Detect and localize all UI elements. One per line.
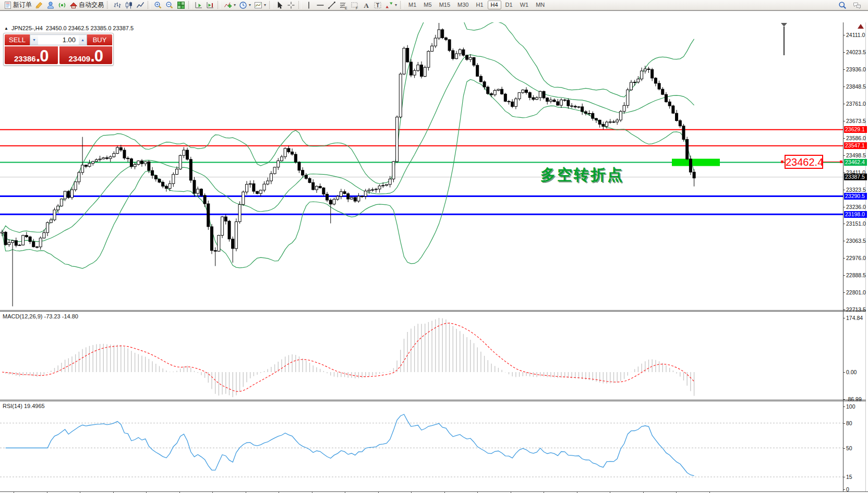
timeframe-m30-button[interactable]: M30 (454, 1, 472, 9)
toolbar-right-group (837, 1, 866, 10)
axis-tick (843, 292, 845, 293)
volume-increase-button[interactable]: ▲ (79, 35, 87, 45)
periods-button[interactable]: ▾ (237, 1, 252, 10)
auto-trading-button[interactable]: 自动交易 (68, 1, 105, 10)
auto-scroll-button[interactable] (193, 1, 204, 10)
timeframe-h1-button[interactable]: H1 (473, 1, 486, 9)
horizontal-line-button[interactable] (315, 1, 326, 10)
macd-indicator-chart[interactable] (0, 312, 843, 400)
axis-tick (843, 87, 845, 87)
price-tick-label: 22713.5 (846, 306, 866, 313)
toolbar-separator (188, 1, 191, 9)
price-tick-label: 24111.0 (846, 32, 865, 38)
price-tick-label: 23936.0 (846, 66, 866, 72)
timeframe-d1-button[interactable]: D1 (502, 1, 516, 9)
search-button[interactable] (837, 1, 848, 10)
price-line-badge: 23198.0 (844, 211, 867, 218)
axis-tick (843, 241, 845, 241)
axis-tick (843, 172, 845, 173)
timeframe-mn-button[interactable]: MN (533, 1, 548, 9)
vertical-line-icon (305, 1, 313, 9)
svg-text:F: F (356, 6, 358, 9)
rsi-indicator-chart[interactable] (0, 401, 843, 492)
chart-window[interactable]: ▲ JPN225-,H4 23450.0 23462.5 23385.0 233… (0, 10, 868, 493)
volume-decrease-button[interactable]: ▼ (30, 35, 38, 45)
buy-price-button[interactable]: 23409 .0 (59, 46, 113, 64)
panel-divider[interactable] (0, 310, 866, 311)
price-tick-label: 24023.5 (846, 49, 866, 55)
sell-price-button[interactable]: 23386 .0 (5, 46, 58, 64)
axis-tick (843, 318, 845, 318)
collapse-panel-icon[interactable]: ▲ (4, 26, 8, 31)
chat-button[interactable] (851, 1, 863, 10)
dropdown-arrow-icon[interactable]: ▾ (234, 3, 236, 7)
dropdown-arrow-icon[interactable]: ▾ (395, 3, 397, 7)
timeframe-w1-button[interactable]: W1 (517, 1, 532, 9)
timeframe-m5-button[interactable]: M5 (420, 1, 435, 9)
cursor-button[interactable] (274, 1, 285, 10)
zoom-in-button[interactable] (152, 1, 164, 10)
axis-tick (843, 104, 845, 104)
trendline-button[interactable] (326, 1, 337, 10)
toolbar-separator (218, 1, 221, 9)
axis-tick (843, 224, 845, 224)
toolbar: 新订单自动交易▾▾▾EFAT▾M1M5M15M30H1H4D1W1MN (0, 0, 868, 10)
templates-button[interactable]: ▾ (252, 1, 268, 10)
sell-price: 23386 (14, 54, 36, 64)
tile-windows-button[interactable] (175, 1, 187, 10)
equidistant-channel-button[interactable]: F (349, 1, 360, 10)
rsi-line (6, 414, 694, 476)
line-chart-button[interactable] (135, 1, 146, 10)
candlestick-chart[interactable] (0, 22, 843, 310)
current-price-badge: 23387.5 (844, 174, 867, 180)
volume-field-group: ▼ ▲ (30, 34, 87, 45)
axis-tick (843, 406, 845, 407)
sell-button[interactable]: SELL (5, 34, 30, 45)
dropdown-arrow-icon[interactable]: ▾ (264, 3, 266, 7)
axis-tick (843, 275, 845, 276)
bar-chart-button[interactable] (112, 1, 123, 10)
panel-divider[interactable] (0, 311, 866, 312)
symbol-header: ▲ JPN225-,H4 23450.0 23462.5 23385.0 233… (4, 25, 134, 31)
indicators-button[interactable]: ▾ (222, 1, 237, 10)
profile-icon (46, 1, 55, 9)
macd-tick-label: -86.99 (846, 396, 862, 402)
one-click-trading-panel: SELL ▼ ▲ BUY 23386 .0 23409 .0 (3, 33, 114, 66)
highlighter-icon (35, 1, 43, 9)
panel-divider[interactable] (0, 400, 866, 400)
timeframe-m15-button[interactable]: M15 (436, 1, 453, 9)
zoom-out-button[interactable] (164, 1, 175, 10)
turning-point-annotation[interactable]: 多空转折点 (540, 165, 624, 186)
crosshair-button[interactable] (285, 1, 297, 10)
timeframe-h4-button[interactable]: H4 (488, 1, 501, 9)
tile-windows-icon (177, 1, 185, 9)
toolbar-separator (107, 1, 110, 9)
arrows-button[interactable]: ▾ (383, 1, 399, 10)
chart-shift-marker-icon[interactable] (781, 23, 787, 27)
dropdown-arrow-icon[interactable]: ▾ (249, 3, 251, 7)
timeframe-m1-button[interactable]: M1 (405, 1, 419, 9)
chart-shift-marker-stem (783, 27, 785, 55)
axis-tick (843, 423, 845, 424)
chart-shift-button[interactable] (204, 1, 216, 10)
buy-button[interactable]: BUY (87, 34, 112, 45)
periods-icon (239, 1, 247, 9)
price-callout-box[interactable]: 23462.4 (785, 155, 823, 169)
indicators-icon (224, 1, 232, 9)
panel-divider[interactable] (0, 401, 866, 401)
highlighter-button[interactable] (33, 1, 45, 10)
candlestick-chart-button[interactable] (123, 1, 135, 10)
scroll-to-end-icon[interactable] (858, 24, 864, 29)
text-button[interactable]: A (360, 1, 372, 10)
volume-input[interactable] (38, 35, 79, 45)
svg-text:A: A (364, 2, 369, 9)
signal-button[interactable] (56, 1, 68, 10)
text-icon: A (362, 1, 370, 9)
text-label-button[interactable]: T (372, 1, 383, 10)
profile-button[interactable] (45, 1, 56, 10)
vertical-line-button[interactable] (303, 1, 315, 10)
new-order-button[interactable]: 新订单 (2, 1, 33, 10)
axis-tick (843, 489, 845, 490)
fibonacci-button[interactable]: E (337, 1, 349, 10)
axis-tick (843, 448, 845, 449)
